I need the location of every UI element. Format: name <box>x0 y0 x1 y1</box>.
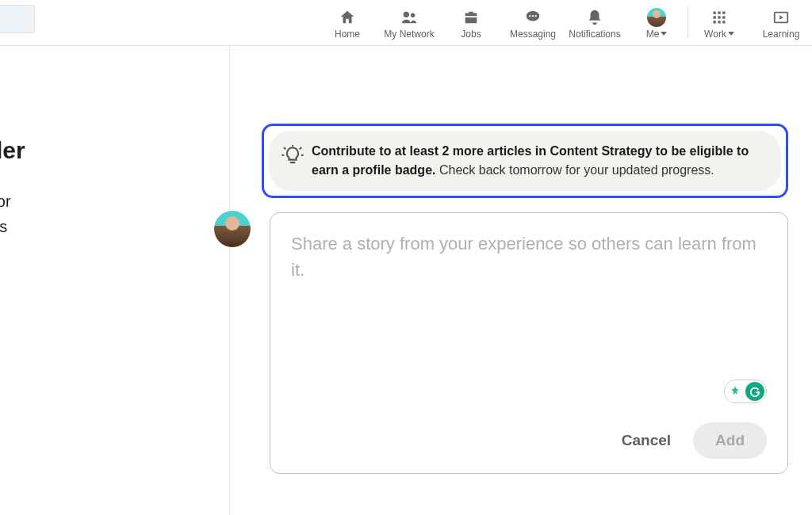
svg-point-1 <box>411 13 416 17</box>
svg-rect-6 <box>714 11 716 13</box>
sidebar-body-line: ples, stories, or <box>0 189 229 214</box>
nav-messaging[interactable]: Messaging <box>502 0 564 45</box>
svg-line-19 <box>300 148 301 149</box>
main-content: Contribute to at least 2 more articles i… <box>230 46 812 515</box>
svg-point-3 <box>529 15 530 17</box>
svg-rect-10 <box>718 16 720 18</box>
search-input-stub[interactable] <box>0 5 35 33</box>
svg-rect-13 <box>718 21 720 23</box>
sidebar-body-line: u like to add? <box>0 239 229 265</box>
callout-rest-text: Check back tomorrow for your updated pro… <box>435 163 714 177</box>
compose-box: Share a story from your experience so ot… <box>270 212 788 474</box>
nav-label: Jobs <box>461 29 481 40</box>
nav-label: Messaging <box>510 29 556 40</box>
svg-rect-12 <box>714 21 716 23</box>
grid-icon <box>710 8 729 27</box>
home-icon <box>338 8 357 27</box>
bell-icon <box>585 8 604 27</box>
nav-home[interactable]: Home <box>316 0 378 45</box>
user-avatar[interactable] <box>214 211 251 247</box>
grammarly-widget[interactable] <box>724 380 767 403</box>
nav-label: Notifications <box>569 29 620 40</box>
svg-rect-14 <box>722 21 725 23</box>
chevron-down-icon <box>661 32 667 36</box>
nav-me[interactable]: Me <box>626 0 688 45</box>
sidebar-body-line: of the previous <box>0 214 229 239</box>
progress-callout: Contribute to at least 2 more articles i… <box>269 131 781 191</box>
avatar-icon <box>647 8 666 27</box>
nav-items: Home My Network Jobs Messaging <box>316 0 812 45</box>
svg-line-18 <box>285 148 285 149</box>
learning-icon <box>772 8 791 27</box>
svg-rect-9 <box>714 16 716 18</box>
cancel-button[interactable]: Cancel <box>617 425 676 456</box>
briefcase-icon <box>462 8 481 27</box>
svg-point-5 <box>535 15 537 17</box>
message-icon <box>523 8 542 27</box>
nav-label: Home <box>335 29 360 40</box>
progress-callout-highlight: Contribute to at least 2 more articles i… <box>262 124 788 198</box>
nav-label: Work <box>704 29 726 40</box>
svg-rect-11 <box>722 16 725 18</box>
grammarly-icon <box>745 382 764 401</box>
nav-network[interactable]: My Network <box>378 0 440 45</box>
svg-rect-7 <box>718 11 720 13</box>
svg-point-0 <box>404 11 409 17</box>
nav-label: Learning <box>763 29 800 40</box>
chevron-down-icon <box>728 32 734 36</box>
grammarly-tone-icon <box>726 383 744 400</box>
lightbulb-icon <box>282 145 304 167</box>
nav-notifications[interactable]: Notifications <box>564 0 626 45</box>
svg-rect-8 <box>722 11 725 13</box>
add-button[interactable]: Add <box>693 422 767 459</box>
nav-label: My Network <box>384 29 434 40</box>
sidebar-heading: o consider <box>0 136 229 165</box>
nav-work[interactable]: Work <box>688 0 750 45</box>
top-navigation: Home My Network Jobs Messaging <box>0 0 812 46</box>
nav-jobs[interactable]: Jobs <box>440 0 502 45</box>
left-sidebar: o consider ples, stories, or of the prev… <box>0 46 230 515</box>
nav-label: Me <box>646 29 660 40</box>
nav-learning[interactable]: Learning <box>750 0 812 45</box>
compose-textarea[interactable]: Share a story from your experience so ot… <box>291 231 767 349</box>
compose-actions: Cancel Add <box>291 422 767 459</box>
people-icon <box>400 8 419 27</box>
svg-point-4 <box>532 15 534 17</box>
